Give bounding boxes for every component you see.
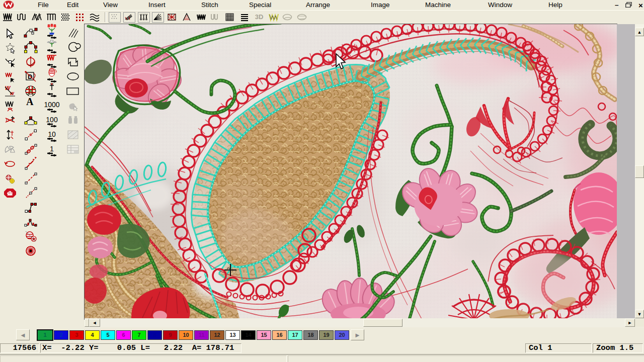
svg-text:1: 1 [50, 145, 54, 153]
svg-text:10: 10 [48, 130, 56, 138]
svg-text:D: D [28, 73, 32, 80]
svg-text:w: w [10, 90, 15, 96]
svg-text:100: 100 [46, 116, 58, 124]
svg-text:1000: 1000 [44, 101, 59, 109]
svg-text:A: A [26, 96, 34, 107]
